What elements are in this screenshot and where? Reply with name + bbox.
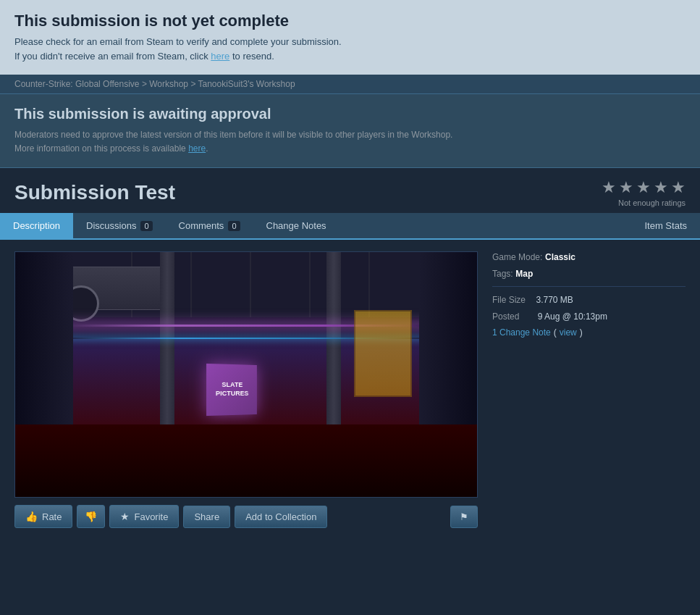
game-scene: SLATE PICTURES: [15, 252, 477, 497]
star-5: ★: [671, 178, 686, 197]
notification-title: This submission is not yet complete: [14, 12, 686, 30]
change-note-link[interactable]: 1 Change Note: [492, 327, 551, 338]
breadcrumb-workshop[interactable]: Workshop: [149, 79, 188, 89]
action-buttons: 👍 Rate 👎 ★ Favorite Share Add to Collect…: [14, 505, 478, 528]
tab-discussions[interactable]: Discussions 0: [73, 213, 165, 238]
stars-display: ★ ★ ★ ★ ★: [602, 178, 686, 197]
info-divider: [492, 286, 686, 287]
view-change-note-link[interactable]: view: [560, 327, 577, 338]
tabs-row: Description Discussions 0 Comments 0 Cha…: [0, 213, 700, 240]
game-mode-row: Game Mode: Classic: [492, 251, 686, 262]
posted-row: Posted 9 Aug @ 10:13pm: [492, 311, 686, 322]
breadcrumb-game[interactable]: Counter-Strike: Global Offensive: [14, 79, 140, 89]
approval-link[interactable]: here: [188, 143, 206, 154]
star-3: ★: [636, 178, 651, 197]
breadcrumb: Counter-Strike: Global Offensive > Works…: [0, 75, 700, 93]
add-to-collection-button[interactable]: Add to Collection: [235, 506, 327, 528]
tab-item-stats[interactable]: Item Stats: [631, 213, 700, 238]
rating-label: Not enough ratings: [618, 198, 686, 207]
logo-box: SLATE PICTURES: [206, 364, 257, 416]
resend-link[interactable]: here: [211, 51, 229, 62]
title-row: Submission Test ★ ★ ★ ★ ★ Not enough rat…: [0, 168, 700, 213]
star-1: ★: [602, 178, 616, 197]
thumbs-up-icon: 👍: [25, 511, 38, 522]
tab-change-notes[interactable]: Change Notes: [253, 213, 340, 238]
flag-button[interactable]: ⚑: [450, 506, 478, 528]
tab-comments[interactable]: Comments 0: [166, 213, 253, 238]
change-note-row: 1 Change Note ( view ): [492, 327, 686, 338]
thumbs-down-icon: 👎: [85, 511, 97, 522]
side-info-panel: Game Mode: Classic Tags: Map File Size 3…: [478, 251, 686, 528]
notification-body: Please check for an email from Steam to …: [14, 35, 686, 63]
screenshot-area: SLATE PICTURES 👍 Rate 👎 ★: [14, 251, 478, 528]
top-notification-bar: This submission is not yet complete Plea…: [0, 0, 700, 75]
content-area: SLATE PICTURES 👍 Rate 👎 ★: [0, 240, 700, 540]
file-size-row: File Size 3.770 MB: [492, 294, 686, 305]
tags-row: Tags: Map: [492, 268, 686, 279]
approval-title: This submission is awaiting approval: [14, 106, 686, 122]
discussions-badge: 0: [140, 221, 152, 231]
main-content: Submission Test ★ ★ ★ ★ ★ Not enough rat…: [0, 168, 700, 540]
share-button[interactable]: Share: [183, 506, 230, 528]
breadcrumb-user[interactable]: TanookiSuit3's Workshop: [198, 79, 295, 89]
rating-container: ★ ★ ★ ★ ★ Not enough ratings: [602, 178, 686, 207]
approval-bar: This submission is awaiting approval Mod…: [0, 93, 700, 168]
page-title: Submission Test: [14, 181, 175, 204]
star-icon: ★: [120, 511, 130, 522]
window-right: [354, 310, 412, 397]
star-2: ★: [619, 178, 633, 197]
favorite-button[interactable]: ★ Favorite: [109, 505, 179, 528]
approval-body: Moderators need to approve the latest ve…: [14, 128, 686, 156]
rate-button[interactable]: 👍 Rate: [14, 505, 72, 528]
star-4: ★: [654, 178, 668, 197]
comments-badge: 0: [228, 221, 240, 231]
dislike-button[interactable]: 👎: [77, 505, 105, 528]
flag-icon: ⚑: [460, 511, 468, 522]
scene-floor: [15, 424, 477, 497]
tab-description[interactable]: Description: [0, 213, 73, 238]
screenshot-image[interactable]: SLATE PICTURES: [14, 251, 478, 498]
